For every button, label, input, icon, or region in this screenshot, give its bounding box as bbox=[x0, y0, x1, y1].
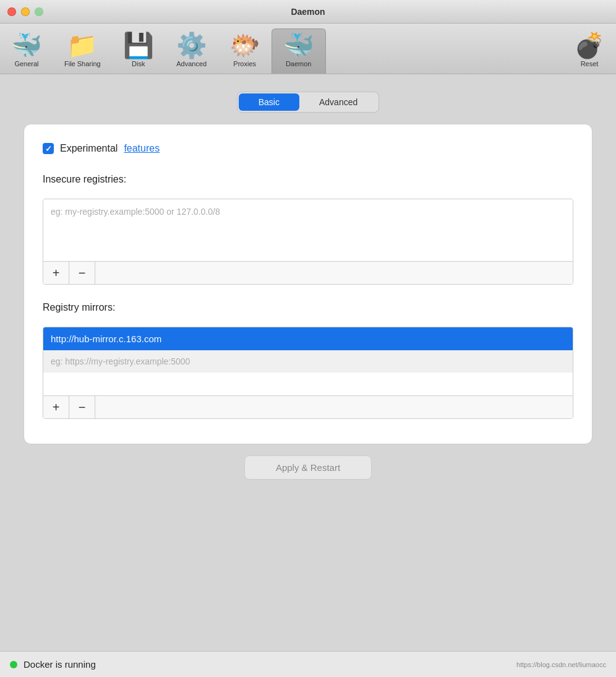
status-indicator bbox=[10, 661, 17, 668]
disk-label: Disk bbox=[132, 60, 145, 67]
registry-mirrors-remove-button[interactable]: − bbox=[69, 396, 95, 418]
experimental-features-link[interactable]: features bbox=[124, 143, 160, 154]
file-sharing-icon: 📁 bbox=[67, 33, 98, 58]
spacer bbox=[43, 190, 573, 199]
general-icon: 🐳 bbox=[11, 33, 42, 58]
registry-mirrors-fill bbox=[95, 396, 573, 418]
minimize-button[interactable] bbox=[21, 7, 30, 16]
toolbar-item-disk[interactable]: 💾 Disk bbox=[112, 28, 165, 74]
insecure-registries-fill bbox=[95, 262, 573, 284]
general-label: General bbox=[14, 60, 38, 67]
disk-icon: 💾 bbox=[123, 33, 154, 58]
toolbar-item-proxies[interactable]: 🐡 Proxies bbox=[218, 28, 272, 74]
apply-restart-button[interactable]: Apply & Restart bbox=[244, 455, 372, 480]
daemon-card: Experimental features Insecure registrie… bbox=[24, 124, 592, 444]
proxies-label: Proxies bbox=[233, 60, 256, 67]
insecure-registries-label: Insecure registries: bbox=[43, 174, 573, 185]
insecure-registries-box: eg: my-registry.example:5000 or 127.0.0.… bbox=[43, 199, 573, 285]
toolbar-item-general[interactable]: 🐳 General bbox=[0, 28, 53, 74]
toolbar-item-reset[interactable]: 💣 Reset bbox=[563, 28, 616, 74]
toolbar: 🐳 General 📁 File Sharing 💾 Disk ⚙️ Advan… bbox=[0, 24, 616, 74]
toolbar-item-file-sharing[interactable]: 📁 File Sharing bbox=[53, 28, 112, 74]
status-text: Docker is running bbox=[24, 659, 96, 670]
toolbar-spacer bbox=[326, 28, 563, 74]
tab-switcher: Basic Advanced bbox=[237, 92, 380, 113]
proxies-icon: 🐡 bbox=[229, 33, 260, 58]
registry-mirrors-box: http://hub-mirror.c.163.com eg: https://… bbox=[43, 327, 573, 419]
advanced-label: Advanced bbox=[176, 60, 207, 67]
bottom-area: Apply & Restart bbox=[244, 444, 372, 480]
insecure-registries-area: eg: my-registry.example:5000 or 127.0.0.… bbox=[43, 199, 573, 261]
advanced-icon: ⚙️ bbox=[176, 33, 207, 58]
reset-icon: 💣 bbox=[574, 33, 605, 58]
daemon-label: Daemon bbox=[286, 60, 312, 67]
tab-advanced[interactable]: Advanced bbox=[299, 93, 377, 111]
maximize-button[interactable] bbox=[35, 7, 43, 16]
window-controls[interactable] bbox=[7, 7, 43, 16]
experimental-checkbox[interactable] bbox=[43, 143, 54, 154]
registry-mirrors-add-button[interactable]: + bbox=[43, 396, 69, 418]
tab-basic[interactable]: Basic bbox=[239, 93, 299, 111]
insecure-registries-add-button[interactable]: + bbox=[43, 262, 69, 284]
file-sharing-label: File Sharing bbox=[64, 60, 101, 67]
experimental-row: Experimental features bbox=[43, 143, 573, 154]
registry-mirrors-label: Registry mirrors: bbox=[43, 302, 573, 313]
insecure-registries-placeholder: eg: my-registry.example:5000 or 127.0.0.… bbox=[43, 199, 228, 224]
registry-mirrors-empty-space bbox=[43, 373, 573, 387]
main-content: Basic Advanced Experimental features Ins… bbox=[0, 74, 616, 651]
registry-mirrors-controls: + − bbox=[43, 395, 573, 418]
title-bar: Daemon bbox=[0, 0, 616, 24]
spacer2 bbox=[43, 318, 573, 327]
daemon-icon: 🐳 bbox=[283, 33, 314, 58]
close-button[interactable] bbox=[7, 7, 16, 16]
gap bbox=[43, 285, 573, 302]
toolbar-item-daemon[interactable]: 🐳 Daemon bbox=[272, 28, 326, 74]
registry-mirrors-placeholder-row: eg: https://my-registry.example:5000 bbox=[43, 350, 573, 373]
status-url: https://blog.csdn.net/liumaocc bbox=[516, 661, 606, 668]
toolbar-item-advanced[interactable]: ⚙️ Advanced bbox=[165, 28, 218, 74]
status-bar: Docker is running https://blog.csdn.net/… bbox=[0, 651, 616, 677]
insecure-registries-controls: + − bbox=[43, 261, 573, 284]
insecure-registries-remove-button[interactable]: − bbox=[69, 262, 95, 284]
reset-label: Reset bbox=[581, 60, 599, 67]
registry-mirrors-area: http://hub-mirror.c.163.com eg: https://… bbox=[43, 327, 573, 395]
experimental-label: Experimental bbox=[60, 143, 118, 154]
window-title: Daemon bbox=[291, 7, 325, 17]
registry-mirror-selected-item[interactable]: http://hub-mirror.c.163.com bbox=[43, 327, 573, 350]
